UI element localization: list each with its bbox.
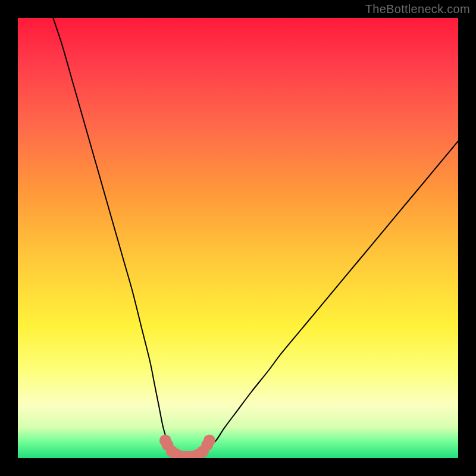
watermark-text: TheBottleneck.com [365,2,470,16]
plot-area [18,18,458,458]
bottom-markers [159,434,215,458]
bottleneck-curve [53,18,458,458]
chart-svg [18,18,458,458]
outer-frame: TheBottleneck.com [0,0,476,476]
marker-dot [203,434,215,446]
